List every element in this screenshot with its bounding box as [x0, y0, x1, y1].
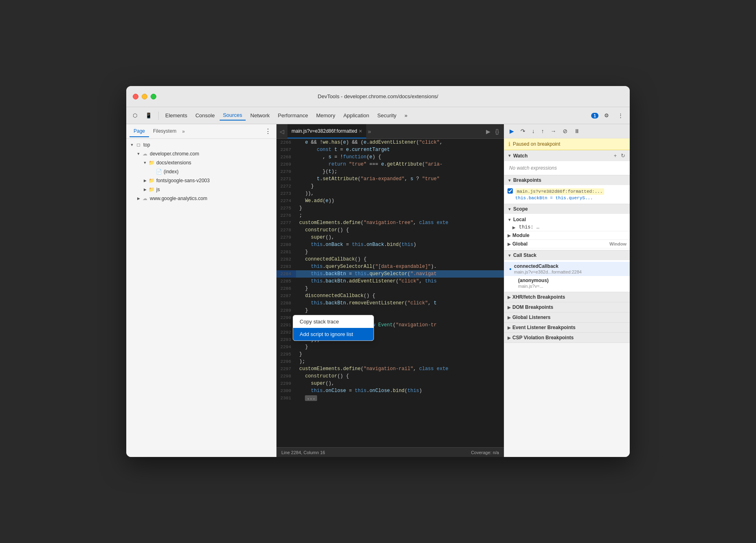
scope-global-label: Global: [512, 241, 527, 247]
step-over-button[interactable]: ↷: [518, 127, 527, 136]
breakpoint-item[interactable]: main.js?v=e382d86f:formatted:... this.ba…: [504, 187, 630, 202]
scope-local-label: Local: [513, 217, 526, 222]
event-listener-header[interactable]: ▶ Event Listener Breakpoints: [504, 323, 630, 332]
refresh-watch-button[interactable]: ↻: [620, 152, 626, 159]
tree-item-docs[interactable]: ▼ 📁 docs/extensions: [126, 158, 276, 167]
call-stack-section-header[interactable]: ▼ Call Stack: [504, 250, 630, 260]
breakpoint-checkbox[interactable]: [508, 188, 513, 194]
tree-item-index[interactable]: 📄 (index): [126, 167, 276, 176]
sidebar-action-button[interactable]: ⋮: [263, 127, 273, 136]
line-number-2269: 2269: [276, 161, 296, 168]
code-tab-main[interactable]: main.js?v=e382d86f:formatted ×: [287, 124, 366, 138]
more-tabs-code-button[interactable]: »: [366, 127, 373, 136]
code-line-2280: 2280 this.onBack = this.onBack.bind(this…: [276, 241, 504, 248]
line-content-2298: constructor() {: [296, 373, 504, 380]
xhr-section-header[interactable]: ▶ XHR/fetch Breakpoints: [504, 292, 630, 302]
line-number-2287: 2287: [276, 292, 296, 300]
scope-local-header[interactable]: ▼ Local: [504, 215, 630, 224]
line-content-2297: customElements.define("navigation-rail",…: [296, 365, 504, 373]
watch-section-header[interactable]: ▼ Watch + ↻: [504, 150, 630, 161]
toolbar-cursor-icon[interactable]: ⬡: [130, 111, 140, 120]
step-out-button[interactable]: ↑: [539, 127, 546, 136]
tab-application[interactable]: Application: [340, 111, 373, 120]
line-number-2283: 2283: [276, 263, 296, 270]
run-snippet-button[interactable]: ▶: [484, 127, 492, 136]
tree-label-chrome: developer.chrome.com: [150, 151, 199, 157]
tree-item-js[interactable]: ▶ 📁 js: [126, 185, 276, 194]
file-icon-index: 📄: [156, 168, 162, 175]
code-tab-label: main.js?v=e382d86f:formatted: [292, 128, 357, 134]
minimize-button[interactable]: [142, 94, 147, 99]
tree-item-chrome[interactable]: ▼ ☁ developer.chrome.com: [126, 149, 276, 158]
status-coverage: Coverage: n/a: [471, 450, 499, 455]
close-tab-icon[interactable]: ×: [359, 128, 362, 134]
tab-performance[interactable]: Performance: [274, 111, 311, 120]
scope-global-header[interactable]: ▶ Global Window: [504, 240, 630, 248]
more-options-button[interactable]: ⋮: [615, 111, 626, 120]
line-content-2288: this.backBtn.removeEventListener("click"…: [296, 300, 504, 307]
more-tabs-button[interactable]: »: [401, 111, 410, 120]
toolbar-device-icon[interactable]: 📱: [142, 111, 155, 120]
sidebar-toggle-button[interactable]: ◁: [278, 127, 286, 136]
tab-security[interactable]: Security: [374, 111, 400, 120]
tree-label-docs: docs/extensions: [156, 160, 191, 166]
step-into-button[interactable]: ↓: [530, 127, 537, 136]
scope-global-arrow: ▶: [508, 242, 511, 246]
tree-item-analytics[interactable]: ▶ ☁ www.google-analytics.com: [126, 194, 276, 203]
cs-item-connected-callback[interactable]: ● connectedCallback main.js?v=e382d...fo…: [504, 262, 630, 276]
line-content-2270: }(t);: [296, 168, 504, 175]
line-content-2301: ...: [296, 394, 504, 402]
global-listeners-label: Global Listeners: [512, 315, 551, 320]
no-watch-expressions: No watch expressions: [504, 163, 630, 173]
line-content-2271: t.setAttribute("aria-expanded", s ? "tru…: [296, 175, 504, 183]
sidebar-more-button[interactable]: »: [180, 128, 186, 135]
pause-on-exceptions-button[interactable]: ⏸: [572, 127, 582, 136]
code-line-2284: 2284 this.backBtn = this.querySelector("…: [276, 270, 504, 278]
line-number-2276: 2276: [276, 212, 296, 219]
scope-local-group: ▼ Local ▶ this: …: [504, 215, 630, 231]
format-button[interactable]: {}: [494, 127, 501, 136]
right-panel-scroll[interactable]: ▼ Watch + ↻ No watch expressions ▼: [504, 150, 630, 457]
devtools-window: DevTools - developer.chrome.com/docs/ext…: [126, 86, 630, 457]
tab-memory[interactable]: Memory: [313, 111, 339, 120]
deactivate-breakpoints-button[interactable]: ⊘: [561, 127, 570, 136]
csp-section-header[interactable]: ▶ CSP Violation Breakpoints: [504, 333, 630, 343]
code-line-2278: 2278 constructor() {: [276, 226, 504, 234]
step-button[interactable]: →: [549, 127, 558, 136]
scope-section-header[interactable]: ▼ Scope: [504, 204, 630, 214]
call-stack-label: Call Stack: [513, 252, 536, 258]
sidebar-file-tree[interactable]: ▼ □ top ▼ ☁ developer.chrome.com ▼ 📁 doc…: [126, 139, 276, 457]
cs-item-anon-inner: (anonymous) main.js?v=...: [518, 278, 549, 289]
tab-filesystem[interactable]: Filesystem: [149, 126, 180, 137]
add-watch-button[interactable]: +: [612, 152, 618, 159]
global-listeners-header[interactable]: ▶ Global Listeners: [504, 312, 630, 322]
tab-elements[interactable]: Elements: [162, 111, 190, 120]
breakpoints-section-header[interactable]: ▼ Breakpoints: [504, 175, 630, 185]
line-number-2267: 2267: [276, 146, 296, 153]
line-content-2294: }: [296, 343, 504, 351]
tab-network[interactable]: Network: [247, 111, 273, 120]
status-line-col: Line 2284, Column 16: [281, 450, 325, 455]
resume-button[interactable]: ▶: [508, 127, 516, 136]
line-content-2289: }: [296, 307, 504, 314]
tab-sources[interactable]: Sources: [220, 110, 246, 121]
tree-item-top[interactable]: ▼ □ top: [126, 140, 276, 149]
cs-item-anonymous[interactable]: (anonymous) main.js?v=...: [504, 276, 630, 290]
event-listener-label: Event Listener Breakpoints: [512, 325, 575, 330]
tab-page[interactable]: Page: [130, 126, 149, 137]
file-sidebar: Page Filesystem » ⋮ ▼ □ top ▼ ☁ devel: [126, 124, 276, 457]
code-line-2282: 2282 connectedCallback() {: [276, 256, 504, 263]
scope-this-item[interactable]: ▶ this: …: [504, 224, 630, 231]
settings-button[interactable]: ⚙: [601, 111, 612, 120]
watch-actions: + ↻: [612, 152, 626, 159]
code-line-2274: 2274 We.add(e)): [276, 197, 504, 205]
tab-console[interactable]: Console: [192, 111, 218, 120]
context-menu-copy-stack[interactable]: Copy stack trace: [293, 315, 374, 328]
scope-module-header[interactable]: ▶ Module: [504, 231, 630, 239]
tree-item-fonts[interactable]: ▶ 📁 fonts/google-sans-v2003: [126, 176, 276, 185]
close-button[interactable]: [133, 94, 138, 99]
dom-breakpoints-header[interactable]: ▶ DOM Breakpoints: [504, 302, 630, 312]
context-menu-ignore-script[interactable]: Add script to ignore list: [293, 328, 374, 340]
maximize-button[interactable]: [151, 94, 156, 99]
code-editor[interactable]: 2266 e && !we.has(e) && (e.addEventListe…: [276, 139, 504, 447]
